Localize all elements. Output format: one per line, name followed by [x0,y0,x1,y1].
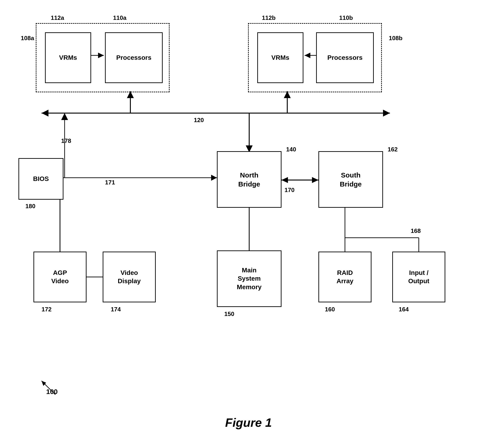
svg-marker-2 [383,110,390,117]
input-output-box: Input /Output [392,252,445,302]
main-system-memory-box: MainSystemMemory [217,250,281,307]
processors-a-box: Processors [105,32,163,83]
ref-120: 120 [194,117,204,124]
ref-112a: 112a [51,14,64,21]
ref-174: 174 [111,306,121,313]
ref-108a: 108a [21,35,34,42]
ref-150: 150 [224,310,234,318]
diagram-container: VRMs Processors VRMs Processors BIOS Nor… [0,0,497,448]
ref-112b: 112b [262,14,276,21]
svg-marker-32 [61,113,68,120]
agp-video-box: AGPVideo [33,252,87,302]
north-bridge-box: NorthBridge [217,151,281,208]
ref-162: 162 [388,146,398,153]
svg-marker-17 [281,177,288,183]
figure-caption: Figure 1 [225,416,272,430]
ref-170: 170 [284,187,295,194]
ref-180: 180 [25,203,35,210]
ref-110a: 110a [113,14,126,21]
south-bridge-box: SouthBridge [318,151,383,208]
ref-140: 140 [286,146,296,153]
ref-168: 168 [411,227,421,235]
ref-108b: 108b [389,35,403,42]
ref-178: 178 [61,137,71,144]
ref-172: 172 [42,306,51,313]
ref-171: 171 [105,179,115,186]
svg-marker-14 [211,175,217,181]
svg-marker-1 [42,110,48,117]
ref-100-arrow [37,379,65,397]
video-display-box: VideoDisplay [103,252,156,302]
ref-164: 164 [399,306,409,313]
ref-110b: 110b [339,14,353,21]
bios-box: BIOS [18,158,63,200]
svg-marker-18 [312,177,318,183]
vrms-a-box: VRMs [45,32,91,83]
vrms-b-box: VRMs [257,32,303,83]
raid-array-box: RAIDArray [318,252,372,302]
ref-160: 160 [325,306,335,313]
processors-b-box: Processors [316,32,374,83]
